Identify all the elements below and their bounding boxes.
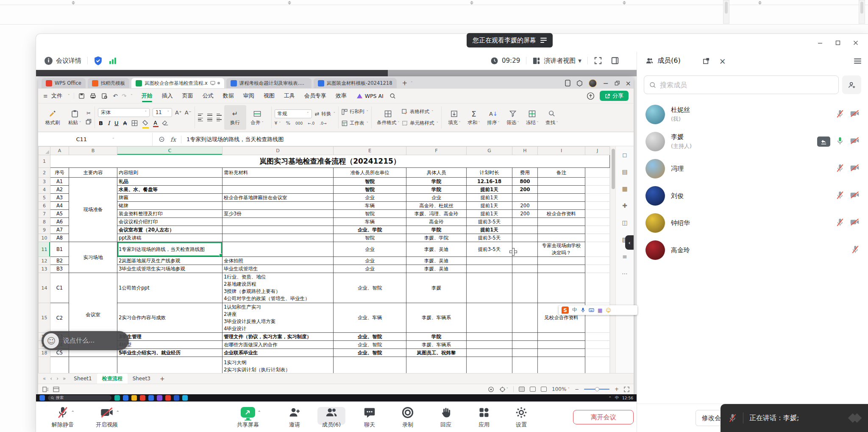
cell[interactable] [538,234,585,242]
cell[interactable]: 内容细则 [117,168,223,178]
page-view-icon[interactable] [530,387,536,392]
cell[interactable]: 企业、智院 [334,333,406,341]
cell[interactable]: 1认知和生产实习 2讲座 3毕业设计反推人培方案 4毕业设计 [223,303,334,333]
cell[interactable]: 李媛、学院 [406,234,467,242]
sidebar-collapse-arrow[interactable]: ‹ [625,235,634,250]
cell[interactable] [512,194,538,202]
cell[interactable] [585,234,610,242]
cell[interactable] [512,265,538,273]
taskbar-app-icon[interactable] [123,395,128,401]
side-panel-toggle-icon[interactable] [611,56,619,65]
cell[interactable] [538,333,585,341]
cell[interactable]: 车辆 [334,202,406,210]
decrease-font-icon[interactable]: A⁻ [185,109,192,116]
sort-button[interactable]: A↓ 排序˅ [484,105,503,130]
start-video-button[interactable]: ⌃ 开启视频 [88,405,126,429]
cell[interactable] [223,218,334,226]
panel-menu-icon[interactable] [854,59,861,64]
taskbar-app-icon[interactable] [148,395,154,401]
member-search-box[interactable] [644,75,839,94]
cell[interactable] [538,341,585,349]
integration-icon[interactable] [576,80,583,86]
row-header[interactable]: 15 [39,303,50,333]
cell[interactable] [512,226,538,234]
cell[interactable]: 管理文件（协议，实习方案，实习制度） [223,333,334,341]
cell[interactable] [467,265,512,273]
strikethrough-button[interactable]: A [123,120,127,126]
fullscreen-icon[interactable] [594,56,602,65]
cell[interactable] [585,202,610,210]
column-header[interactable]: D [223,147,334,155]
cell[interactable] [585,349,610,357]
font-color-button[interactable]: A [153,120,157,126]
percent-button[interactable]: % [286,120,290,126]
cell[interactable]: 企业、智院 [334,341,406,349]
fill-button[interactable]: 填充˅ [445,105,464,130]
cell[interactable]: 5毕业生介绍实习、就业经历 [117,349,223,357]
cell[interactable]: A8 [50,234,69,242]
currency-button[interactable]: ¥ ˅ [275,120,281,126]
cloud-upload-icon[interactable] [587,92,595,100]
cell[interactable] [512,333,538,341]
share-screen-button[interactable]: ⌃ 共享屏幕 [229,405,267,429]
cell[interactable]: 学院 [406,333,467,341]
wps-close-icon[interactable]: × [626,79,631,87]
cell[interactable] [585,273,610,303]
record-button[interactable]: 录制 [389,405,427,429]
member-search-input[interactable] [660,81,833,89]
fill-color-button[interactable] [142,119,149,127]
side-icon[interactable]: ✚ [622,202,627,209]
cell[interactable] [117,357,223,373]
cell[interactable]: 学院 [406,186,467,194]
cell[interactable] [538,273,585,303]
wps-document-tab[interactable]: 岚图校企合作基地检查流程.x [131,78,224,88]
cell[interactable] [223,186,334,194]
side-icon[interactable]: ⋯ [622,270,628,277]
font-name-select[interactable]: 宋体˅ [98,108,150,117]
cell[interactable]: 12.16-18 [467,178,512,186]
cell[interactable] [538,226,585,234]
member-row[interactable]: 高金玲 [637,237,868,264]
status-outline-icon[interactable] [53,387,59,392]
cell[interactable] [406,357,467,373]
cell[interactable]: 高金玲、杜妮丝 [406,202,467,210]
taskbar-search[interactable]: 搜索 [48,395,111,401]
menu-item[interactable]: 审阅 [239,89,259,103]
member-row[interactable]: 刘俊 [637,182,868,209]
cell[interactable] [512,257,538,265]
freeze-button[interactable]: 冻结˅ [523,105,542,130]
underline-button[interactable]: U [114,120,119,126]
cell[interactable]: 提前1天 [467,194,512,202]
cell[interactable] [334,357,406,373]
cell[interactable] [585,357,610,373]
cell[interactable] [585,194,610,202]
sheet-tab[interactable]: Sheet1 [69,373,97,384]
cell[interactable]: B3 [50,265,69,273]
cell[interactable]: 毕业生或管培生 [223,265,334,273]
wps-ai-tab[interactable]: WPS AI [356,93,384,99]
prev-sheet-button[interactable]: ‹ [49,376,53,382]
modify-meeting-button[interactable]: 修改会 [696,410,723,426]
menu-item[interactable]: 工具 [279,89,300,103]
side-icon[interactable]: ≡ [622,253,627,260]
cell[interactable] [467,357,512,373]
filter-button[interactable]: 筛选˅ [503,105,523,130]
cell[interactable]: 提前3-5天 [467,242,512,257]
cell[interactable] [467,341,512,349]
number-format-select[interactable]: 常规˅ [275,109,312,118]
ime-toolbar[interactable]: S 中 ▦ ☺ [559,305,637,315]
break-view-icon[interactable] [541,387,547,392]
cell[interactable]: 车辆 [334,218,406,226]
menu-item[interactable]: 视图 [259,89,279,103]
user-avatar[interactable] [589,79,597,87]
cell[interactable]: 企业、车辆 [334,303,406,333]
font-size-select[interactable]: 11˅ [153,108,172,117]
cell[interactable]: 企业、智院 [334,273,406,303]
cell[interactable]: A1 [50,178,69,186]
align-left-icon[interactable] [198,118,203,122]
cell[interactable]: 会议议程介绍打印 [117,218,223,226]
column-header[interactable]: F [406,147,467,155]
zoom-slider[interactable] [584,389,609,390]
print-preview-icon[interactable] [101,93,108,99]
cut-icon[interactable]: ✂ [86,110,91,116]
